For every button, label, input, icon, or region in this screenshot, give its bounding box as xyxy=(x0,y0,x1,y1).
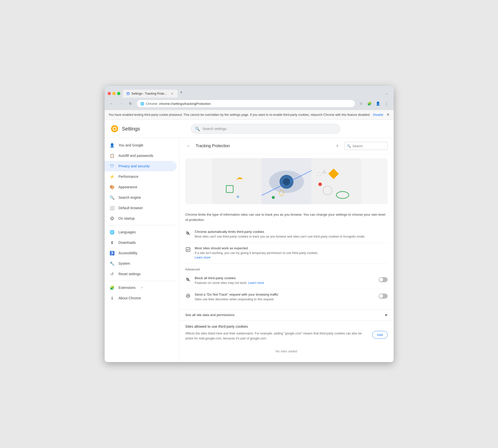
tab-overflow-button[interactable]: ⌄ xyxy=(383,90,391,98)
settings-search-bar[interactable]: 🔍 xyxy=(191,124,340,134)
settings-logo xyxy=(111,125,119,133)
sites-section: Sites allowed to use third-party cookies… xyxy=(179,320,394,362)
tab-favicon xyxy=(126,92,130,95)
menu-button[interactable]: ⋮ xyxy=(383,100,390,107)
learn-more-link-2[interactable]: Learn more xyxy=(248,281,264,285)
setting-row-sites-work: Most sites should work as expected If a … xyxy=(185,243,388,264)
sidebar-item-search-engine[interactable]: 🔍 Search engine xyxy=(105,192,177,203)
extensions-button[interactable]: 🧩 xyxy=(366,100,373,107)
dnt-toggle[interactable] xyxy=(379,294,388,299)
sites-work-title: Most sites should work as expected xyxy=(195,246,388,250)
close-button[interactable] xyxy=(108,92,111,95)
address-url: chrome://settings/trackingProtection xyxy=(159,102,211,106)
tab-title: Settings - Tracking Protectio... xyxy=(132,92,168,95)
address-bar[interactable]: 🌐 Chrome chrome://settings/trackingProte… xyxy=(137,100,355,108)
main-panel: ← Tracking Protection ? 🔍 xyxy=(179,138,394,362)
panel-search-icon: 🔍 xyxy=(347,144,351,148)
dnt-text: Send a "Do Not Track" request with your … xyxy=(195,293,375,302)
add-site-button[interactable]: Add xyxy=(372,331,387,339)
maximize-button[interactable] xyxy=(117,92,120,95)
sidebar-label-languages: Languages xyxy=(119,230,136,234)
settings-search-input[interactable] xyxy=(203,127,336,131)
forward-button[interactable]: → xyxy=(118,100,125,107)
svg-point-4 xyxy=(113,128,116,130)
sidebar-item-languages[interactable]: 🌐 Languages xyxy=(105,227,177,237)
sidebar-item-system[interactable]: 🔧 System xyxy=(105,258,177,269)
minimize-button[interactable] xyxy=(112,92,116,95)
toolbar-actions: ☆ 🧩 👤 ⋮ xyxy=(358,100,390,107)
eye-off-icon-1 xyxy=(185,230,191,236)
chrome-icon: 🌐 xyxy=(140,102,144,106)
info-bar: You have enabled testing third-party coo… xyxy=(105,110,394,120)
info-bar-disable-link[interactable]: Disable xyxy=(373,113,383,117)
panel-search-bar[interactable]: 🔍 xyxy=(344,142,388,150)
setting-row-auto-limit: Chrome automatically limits third-party … xyxy=(185,226,388,243)
tab-close-icon[interactable]: ✕ xyxy=(170,92,174,96)
svg-point-16 xyxy=(318,183,322,186)
sidebar-label-about: About Chrome xyxy=(119,296,141,300)
tracking-protection-illustration xyxy=(185,158,388,204)
sidebar-label-autofill: Autofill and passwords xyxy=(119,154,153,158)
sidebar-item-default-browser[interactable]: ⬜ Default browser xyxy=(105,203,177,213)
settings-body: Settings 🔍 👤 You and Google 📋 Autofill a… xyxy=(105,120,394,362)
reset-icon: ↺ xyxy=(110,271,115,276)
sidebar-item-about[interactable]: ℹ About Chrome xyxy=(105,293,177,303)
bookmark-button[interactable]: ☆ xyxy=(358,100,365,107)
block-all-toggle[interactable] xyxy=(379,277,388,282)
svg-point-19 xyxy=(283,178,290,185)
advanced-section-label: Advanced xyxy=(185,264,388,273)
dnt-desc: Sites use their discretion when respondi… xyxy=(195,297,375,302)
profile-button[interactable]: 👤 xyxy=(375,100,382,107)
performance-icon: ⚡ xyxy=(110,174,115,179)
appearance-icon: 🎨 xyxy=(110,185,115,190)
autofill-icon: 📋 xyxy=(110,153,115,158)
traffic-lights xyxy=(108,92,120,98)
panel-search-input[interactable] xyxy=(353,144,385,148)
sidebar-item-you-and-google[interactable]: 👤 You and Google xyxy=(105,140,177,150)
active-tab[interactable]: Settings - Tracking Protectio... ✕ xyxy=(123,90,178,98)
sidebar-label-default-browser: Default browser xyxy=(119,206,143,210)
block-all-text: Block all third-party cookies Features o… xyxy=(195,276,375,285)
checkbox-icon xyxy=(185,247,191,252)
sidebar-item-on-startup[interactable]: ⏻ On startup xyxy=(105,213,177,224)
sidebar-item-privacy[interactable]: 🛡 Privacy and security xyxy=(105,161,177,171)
sidebar-item-extensions[interactable]: 🧩 Extensions ↗ xyxy=(105,282,177,293)
browser-window: Settings - Tracking Protectio... ✕ + ⌄ ←… xyxy=(105,86,394,362)
sidebar-item-downloads[interactable]: ⬇ Downloads xyxy=(105,237,177,248)
accessibility-icon: ♿ xyxy=(110,251,115,256)
extensions-sidebar-icon: 🧩 xyxy=(110,285,115,290)
toolbar: ← → ↻ 🌐 Chrome chrome://settings/trackin… xyxy=(105,98,394,110)
svg-rect-7 xyxy=(311,158,361,204)
reload-button[interactable]: ↻ xyxy=(127,100,134,107)
sites-section-title: Sites allowed to use third-party cookies xyxy=(185,324,388,328)
auto-limit-text: Chrome automatically limits third-party … xyxy=(195,230,388,239)
startup-icon: ⏻ xyxy=(110,216,115,221)
setting-row-block-all: Block all third-party cookies Features o… xyxy=(185,273,388,289)
downloads-icon: ⬇ xyxy=(110,240,115,245)
sidebar-item-appearance[interactable]: 🎨 Appearance xyxy=(105,182,177,192)
sites-header-row: Affects the sites listed here and their … xyxy=(185,331,388,344)
block-all-desc: Features on some sites may not work. Lea… xyxy=(195,281,375,285)
auto-limit-desc: Most sites can't use third-party cookies… xyxy=(195,234,388,239)
sidebar-item-accessibility[interactable]: ♿ Accessibility xyxy=(105,248,177,258)
info-bar-close-button[interactable]: ✕ xyxy=(386,112,390,117)
sidebar-item-reset[interactable]: ↺ Reset settings xyxy=(105,269,177,279)
auto-limit-title: Chrome automatically limits third-party … xyxy=(195,230,388,234)
sidebar-item-performance[interactable]: ⚡ Performance xyxy=(105,171,177,182)
sidebar-label-system: System xyxy=(119,261,130,265)
new-tab-button[interactable]: + xyxy=(178,88,185,98)
svg-point-25 xyxy=(186,294,190,298)
sidebar-label-reset: Reset settings xyxy=(119,272,141,276)
panel-help-button[interactable]: ? xyxy=(334,142,341,149)
hero-illustration xyxy=(185,158,388,204)
sidebar-label-you-and-google: You and Google xyxy=(119,143,143,147)
svg-point-1 xyxy=(127,93,129,94)
panel-back-button[interactable]: ← xyxy=(185,142,192,149)
see-all-site-data-row[interactable]: See all site data and permissions ▶ xyxy=(179,309,394,320)
sites-desc-block: Affects the sites listed here and their … xyxy=(185,331,367,344)
learn-more-link-1[interactable]: Learn more xyxy=(195,256,211,259)
sidebar-divider-2 xyxy=(109,281,175,281)
sidebar-item-autofill[interactable]: 📋 Autofill and passwords xyxy=(105,150,177,161)
back-button[interactable]: ← xyxy=(108,100,115,107)
chevron-right-icon: ▶ xyxy=(385,313,388,317)
